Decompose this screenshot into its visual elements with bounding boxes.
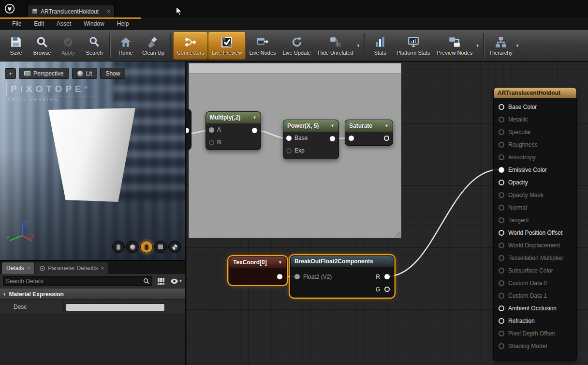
- roughness-pin[interactable]: [499, 142, 504, 148]
- specular-pin[interactable]: [499, 129, 504, 135]
- pixel-depth-offset-pin[interactable]: [499, 331, 504, 336]
- preview-shape-cylinder-button[interactable]: [112, 241, 125, 253]
- ambient-occlusion-pin[interactable]: [499, 305, 504, 311]
- live-nodes-toggle[interactable]: Live Nodes: [246, 31, 279, 60]
- material-pin-row[interactable]: Opacity: [494, 176, 576, 189]
- refraction-pin[interactable]: [499, 318, 504, 324]
- live-update-toggle[interactable]: Live Update: [279, 31, 315, 60]
- tab-parameter-defaults[interactable]: Parameter Defaults ×: [35, 262, 108, 274]
- material-pin-row[interactable]: Refraction: [494, 315, 576, 327]
- platform-stats-toggle[interactable]: Platform Stats: [393, 31, 433, 60]
- material-pin-row[interactable]: World Displacement: [494, 239, 576, 252]
- comment-node-header[interactable]: [189, 63, 401, 74]
- desc-input[interactable]: [66, 304, 165, 311]
- material-preview-viewport[interactable]: ▾ Perspective Lit Show PIXOTOPE® TRIAL V…: [0, 61, 185, 260]
- material-pin-row[interactable]: Subsurface Color: [494, 264, 576, 277]
- preview-shape-selected-button[interactable]: [140, 241, 153, 253]
- metallic-pin[interactable]: [499, 117, 504, 122]
- tab-close-icon[interactable]: ×: [107, 8, 110, 15]
- material-pin-row[interactable]: Specular: [494, 126, 576, 138]
- tab-details-close-icon[interactable]: ×: [27, 265, 30, 271]
- anisotropy-pin[interactable]: [499, 154, 504, 160]
- normal-pin[interactable]: [499, 205, 504, 211]
- menu-asset[interactable]: Asset: [50, 18, 77, 29]
- tangent-pin[interactable]: [499, 217, 504, 223]
- material-pin-row[interactable]: Custom Data 1: [494, 289, 576, 302]
- tab-details[interactable]: Details ×: [2, 262, 34, 274]
- opacity-pin[interactable]: [499, 180, 504, 185]
- material-graph-canvas[interactable]: Multiply(,2) ▼ A B Power(X, 5) ▼ Base Ex…: [186, 61, 588, 365]
- material-pin-row[interactable]: Pixel Depth Offset: [494, 327, 576, 340]
- details-search-box[interactable]: [3, 276, 152, 286]
- subsurface-color-pin[interactable]: [499, 268, 504, 274]
- material-pin-row[interactable]: Tessellation Multiplier: [494, 252, 576, 264]
- material-pin-row[interactable]: World Position Offset: [494, 227, 576, 239]
- multiply-input-a-pin[interactable]: [209, 127, 214, 133]
- material-pin-row[interactable]: Opacity Mask: [494, 189, 576, 201]
- base-color-pin[interactable]: [499, 104, 504, 110]
- material-pin-row[interactable]: Ambient Occlusion: [494, 302, 576, 315]
- property-matrix-button[interactable]: [155, 276, 167, 287]
- material-pin-row[interactable]: Tangent: [494, 214, 576, 227]
- node-collapse-icon[interactable]: ▼: [278, 260, 282, 265]
- material-pin-row[interactable]: Metallic: [494, 113, 576, 126]
- material-pin-row[interactable]: Normal: [494, 201, 576, 214]
- preview-nodes-toggle[interactable]: Preview Nodes ▾: [433, 31, 481, 60]
- tessellation-multiplier-pin[interactable]: [499, 255, 504, 261]
- menu-help[interactable]: Help: [111, 18, 135, 29]
- node-power[interactable]: Power(X, 5) ▼ Base Exp: [283, 120, 339, 159]
- world-position-offset-pin[interactable]: [499, 230, 504, 236]
- live-preview-toggle[interactable]: Live Preview: [208, 31, 246, 60]
- search-details-input[interactable]: [6, 278, 141, 285]
- node-texcoord[interactable]: TexCoord[0] ▼: [229, 257, 287, 285]
- browse-button[interactable]: Browse: [29, 31, 55, 60]
- lit-mode-button[interactable]: Lit: [72, 68, 98, 79]
- home-button[interactable]: Home: [113, 31, 139, 60]
- view-options-button[interactable]: ▾: [170, 276, 182, 287]
- world-displacement-pin[interactable]: [499, 243, 504, 248]
- material-pin-row[interactable]: Custom Data 0: [494, 277, 576, 289]
- save-button[interactable]: Save: [3, 31, 29, 60]
- material-pin-row[interactable]: Roughness: [494, 138, 576, 151]
- hierarchy-dropdown-icon[interactable]: ▾: [515, 31, 520, 60]
- shading-model-pin[interactable]: [499, 343, 504, 349]
- apply-button[interactable]: Apply: [55, 31, 81, 60]
- comment-resize-handle[interactable]: [394, 231, 400, 237]
- offscreen-node-edge[interactable]: [186, 109, 191, 150]
- stats-toggle[interactable]: Stats: [367, 31, 393, 60]
- material-pin-row[interactable]: Emissive Color: [494, 164, 576, 176]
- preview-shape-sphere-button[interactable]: [126, 241, 139, 253]
- preview-shape-cube-button[interactable]: [154, 241, 167, 253]
- material-pin-row[interactable]: Anisotropy: [494, 151, 576, 164]
- power-output-pin[interactable]: [330, 136, 335, 141]
- section-collapse-icon[interactable]: ▾: [3, 292, 6, 297]
- hide-unrelated-toggle[interactable]: Hide Unrelated ▾: [314, 31, 362, 60]
- material-pin-row[interactable]: Base Color: [494, 101, 576, 113]
- breakout-input-float2-pin[interactable]: [294, 274, 300, 279]
- breakout-output-g-pin[interactable]: [384, 287, 390, 292]
- offscreen-node-output-pin[interactable]: [186, 128, 189, 133]
- node-breakout-float2[interactable]: BreakOutFloat2Components Float2 (V2) R G: [290, 256, 394, 297]
- node-saturate[interactable]: Saturate ▼: [345, 120, 393, 146]
- node-collapse-icon[interactable]: ▼: [330, 123, 335, 128]
- multiply-output-pin[interactable]: [252, 128, 257, 133]
- custom-data-0-pin[interactable]: [499, 280, 504, 286]
- node-multiply[interactable]: Multiply(,2) ▼ A B: [206, 111, 261, 150]
- saturate-input-pin[interactable]: [349, 136, 354, 141]
- clean-up-button[interactable]: Clean Up: [139, 31, 168, 60]
- search-button[interactable]: Search: [81, 31, 107, 60]
- perspective-button[interactable]: Perspective: [19, 68, 69, 79]
- node-material-result[interactable]: ARTranslucentHoldout Base Color Metallic…: [493, 87, 577, 361]
- node-collapse-icon[interactable]: ▼: [252, 115, 257, 120]
- custom-data-1-pin[interactable]: [499, 293, 504, 299]
- show-button[interactable]: Show: [100, 68, 125, 79]
- multiply-input-b-pin[interactable]: [209, 140, 214, 145]
- saturate-output-pin[interactable]: [384, 136, 389, 141]
- viewport-options-dropdown[interactable]: ▾: [5, 68, 16, 79]
- preview-nodes-dropdown-icon[interactable]: ▾: [475, 31, 480, 60]
- tab-parameter-defaults-close-icon[interactable]: ×: [101, 265, 104, 271]
- power-input-base-pin[interactable]: [286, 136, 292, 141]
- hide-unrelated-dropdown-icon[interactable]: ▾: [356, 31, 361, 60]
- menu-edit[interactable]: Edit: [28, 18, 50, 29]
- power-input-exp-pin[interactable]: [286, 148, 292, 153]
